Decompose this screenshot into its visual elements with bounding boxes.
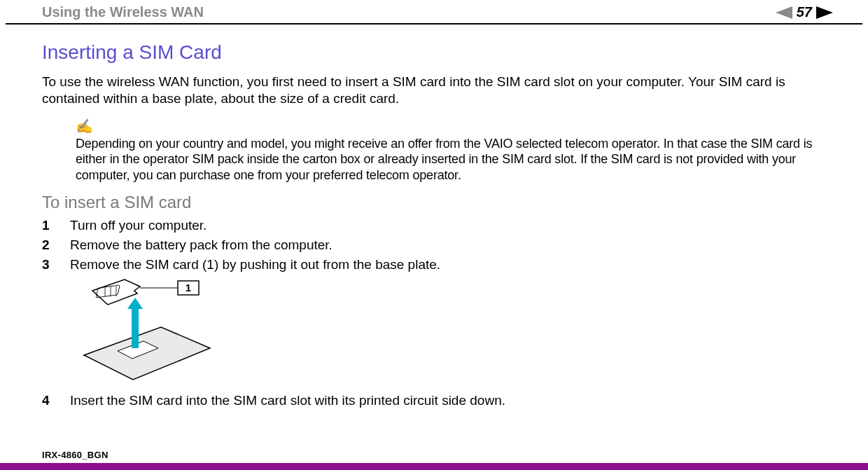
sim-card-figure: 1 bbox=[70, 278, 826, 386]
step-item: 3 Remove the SIM card (1) by pushing it … bbox=[42, 257, 826, 272]
step-text: Remove the SIM card (1) by pushing it ou… bbox=[70, 257, 440, 272]
step-item: 4 Insert the SIM card into the SIM card … bbox=[42, 393, 826, 408]
procedure-steps-contd: 4 Insert the SIM card into the SIM card … bbox=[42, 393, 826, 408]
svg-rect-4 bbox=[132, 306, 139, 348]
sim-card-illustration: 1 bbox=[70, 278, 224, 383]
nav-prev-icon[interactable] bbox=[776, 6, 792, 19]
doc-id-footer: IRX-4860_BGN bbox=[42, 450, 108, 460]
step-text: Insert the SIM card into the SIM card sl… bbox=[70, 393, 505, 408]
step-text: Remove the battery pack from the compute… bbox=[70, 237, 332, 253]
document-page: Using the Wireless WAN 57 Inserting a SI… bbox=[0, 0, 868, 470]
base-plate-shape bbox=[84, 327, 210, 380]
page-header: Using the Wireless WAN 57 bbox=[0, 0, 868, 23]
step-item: 2 Remove the battery pack from the compu… bbox=[42, 237, 826, 253]
procedure-heading: To insert a SIM card bbox=[42, 193, 826, 212]
step-number: 3 bbox=[42, 257, 70, 272]
callout-label: 1 bbox=[186, 282, 191, 293]
step-text: Turn off your computer. bbox=[70, 218, 206, 233]
page-content: Inserting a SIM Card To use the wireless… bbox=[0, 25, 868, 408]
footer-accent-bar bbox=[0, 463, 868, 470]
step-number: 1 bbox=[42, 218, 70, 233]
page-number: 57 bbox=[797, 4, 812, 20]
svg-marker-5 bbox=[127, 298, 143, 309]
intro-paragraph: To use the wireless WAN function, you fi… bbox=[42, 74, 826, 108]
step-item: 1 Turn off your computer. bbox=[42, 218, 826, 233]
section-title: Using the Wireless WAN bbox=[42, 4, 776, 20]
note-text: Depending on your country and model, you… bbox=[76, 136, 826, 184]
page-nav: 57 bbox=[776, 4, 833, 20]
note-icon: ✍ bbox=[76, 118, 826, 134]
procedure-steps: 1 Turn off your computer. 2 Remove the b… bbox=[42, 218, 826, 272]
step-number: 4 bbox=[42, 393, 70, 408]
note-block: ✍ Depending on your country and model, y… bbox=[42, 118, 826, 184]
nav-next-icon[interactable] bbox=[816, 6, 833, 19]
page-heading: Inserting a SIM Card bbox=[42, 41, 826, 64]
step-number: 2 bbox=[42, 237, 70, 253]
